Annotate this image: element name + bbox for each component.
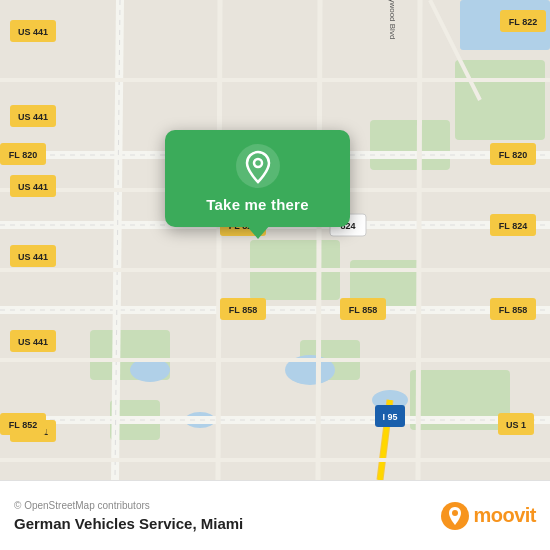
svg-line-26 bbox=[218, 0, 220, 480]
take-me-there-button[interactable]: Take me there bbox=[206, 196, 308, 213]
svg-text:FL 822: FL 822 bbox=[509, 17, 537, 27]
moovit-bus-icon bbox=[441, 502, 469, 530]
svg-text:US 441: US 441 bbox=[18, 337, 48, 347]
svg-text:I 95: I 95 bbox=[382, 412, 397, 422]
svg-text:FL 820: FL 820 bbox=[9, 150, 37, 160]
moovit-logo: moovit bbox=[441, 502, 536, 530]
svg-rect-7 bbox=[370, 120, 450, 170]
svg-text:Hollywood Blvd: Hollywood Blvd bbox=[388, 0, 397, 39]
svg-text:FL 852: FL 852 bbox=[9, 420, 37, 430]
map-view: US 441 US 441 US 441 US 441 US 441 US 44… bbox=[0, 0, 550, 480]
location-popup[interactable]: Take me there bbox=[165, 130, 350, 227]
svg-text:US 441: US 441 bbox=[18, 182, 48, 192]
svg-text:US 1: US 1 bbox=[506, 420, 526, 430]
bottom-info-bar: © OpenStreetMap contributors German Vehi… bbox=[0, 480, 550, 550]
svg-text:US 441: US 441 bbox=[18, 252, 48, 262]
svg-text:FL 820: FL 820 bbox=[499, 150, 527, 160]
place-name-label: German Vehicles Service, Miami bbox=[14, 515, 243, 532]
svg-point-75 bbox=[452, 510, 458, 516]
svg-rect-8 bbox=[455, 60, 545, 140]
place-info: © OpenStreetMap contributors German Vehi… bbox=[14, 500, 243, 532]
svg-text:US 441: US 441 bbox=[18, 27, 48, 37]
map-attribution: © OpenStreetMap contributors bbox=[14, 500, 243, 511]
moovit-label: moovit bbox=[473, 504, 536, 527]
svg-text:FL 858: FL 858 bbox=[499, 305, 527, 315]
map-roads: US 441 US 441 US 441 US 441 US 441 US 44… bbox=[0, 0, 550, 480]
svg-text:FL 858: FL 858 bbox=[229, 305, 257, 315]
svg-line-28 bbox=[418, 0, 420, 480]
svg-text:FL 858: FL 858 bbox=[349, 305, 377, 315]
svg-text:FL 824: FL 824 bbox=[499, 221, 527, 231]
svg-line-27 bbox=[318, 0, 320, 480]
location-pin-icon bbox=[236, 144, 280, 188]
svg-text:US 441: US 441 bbox=[18, 112, 48, 122]
